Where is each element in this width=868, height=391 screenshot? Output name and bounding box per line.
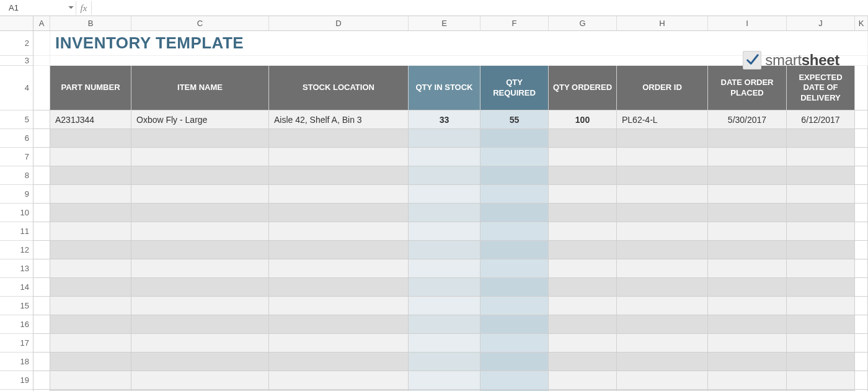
cell[interactable] xyxy=(617,148,708,166)
cell[interactable] xyxy=(480,297,549,315)
cell[interactable] xyxy=(708,334,787,353)
cell[interactable] xyxy=(33,315,50,334)
cell[interactable] xyxy=(855,66,868,110)
cell[interactable] xyxy=(617,129,708,148)
cell[interactable]: 33 xyxy=(409,110,480,129)
formula-input[interactable] xyxy=(92,1,868,15)
cell[interactable] xyxy=(855,185,868,204)
cell[interactable] xyxy=(480,315,549,334)
cell[interactable] xyxy=(708,315,787,334)
cell[interactable] xyxy=(708,259,787,278)
cell[interactable] xyxy=(787,371,855,390)
cell[interactable] xyxy=(131,204,269,222)
cell[interactable] xyxy=(409,204,480,222)
cell[interactable] xyxy=(617,259,708,278)
cell[interactable] xyxy=(549,241,617,259)
row-header[interactable]: 16 xyxy=(0,315,33,334)
cell[interactable] xyxy=(617,185,708,204)
cell[interactable] xyxy=(269,185,409,204)
cell[interactable] xyxy=(617,334,708,353)
cell[interactable] xyxy=(855,166,868,185)
cell[interactable] xyxy=(708,148,787,166)
row-header[interactable]: 9 xyxy=(0,185,33,204)
header-expected-delivery[interactable]: EXPECTED DATE OF DELIVERY xyxy=(787,66,855,110)
cell[interactable] xyxy=(33,66,50,110)
cell[interactable] xyxy=(50,204,131,222)
cell[interactable] xyxy=(409,222,480,241)
row-header[interactable]: 2 xyxy=(0,31,33,56)
cell[interactable] xyxy=(549,297,617,315)
cell[interactable] xyxy=(33,185,50,204)
cell[interactable] xyxy=(269,222,409,241)
cell[interactable] xyxy=(50,297,131,315)
cell[interactable] xyxy=(549,166,617,185)
select-all-corner[interactable] xyxy=(0,16,33,31)
cell[interactable] xyxy=(131,353,269,371)
cell[interactable] xyxy=(855,315,868,334)
cell[interactable] xyxy=(617,315,708,334)
row-header[interactable]: 10 xyxy=(0,204,33,222)
cell[interactable] xyxy=(33,110,50,129)
cell[interactable] xyxy=(131,185,269,204)
cell[interactable] xyxy=(409,297,480,315)
cell[interactable]: A231J344 xyxy=(50,110,131,129)
header-item-name[interactable]: ITEM NAME xyxy=(131,66,269,110)
cell[interactable] xyxy=(50,315,131,334)
cell[interactable] xyxy=(50,259,131,278)
row-header[interactable]: 4 xyxy=(0,66,33,110)
cell[interactable] xyxy=(549,222,617,241)
cell[interactable]: 5/30/2017 xyxy=(708,110,787,129)
cell[interactable] xyxy=(480,204,549,222)
cell[interactable] xyxy=(50,166,131,185)
cell[interactable] xyxy=(33,297,50,315)
column-header[interactable]: I xyxy=(708,16,787,30)
row-header[interactable]: 8 xyxy=(0,166,33,185)
cell[interactable] xyxy=(409,334,480,353)
cell[interactable] xyxy=(409,371,480,390)
cell[interactable] xyxy=(269,371,409,390)
cell[interactable] xyxy=(33,31,50,56)
cell[interactable] xyxy=(549,315,617,334)
cell[interactable] xyxy=(708,278,787,297)
cell[interactable] xyxy=(409,241,480,259)
cell[interactable] xyxy=(549,353,617,371)
cell[interactable] xyxy=(33,371,50,390)
cell[interactable] xyxy=(50,222,131,241)
cell[interactable] xyxy=(50,371,131,390)
cell[interactable] xyxy=(480,166,549,185)
column-header[interactable]: A xyxy=(33,16,50,30)
row-header[interactable]: 18 xyxy=(0,353,33,371)
cell[interactable] xyxy=(409,259,480,278)
cell[interactable] xyxy=(549,204,617,222)
cell[interactable] xyxy=(708,371,787,390)
cell[interactable] xyxy=(549,185,617,204)
cell[interactable] xyxy=(787,297,855,315)
column-header[interactable]: G xyxy=(549,16,617,30)
cell[interactable] xyxy=(480,353,549,371)
cell[interactable] xyxy=(787,204,855,222)
cell[interactable] xyxy=(855,259,868,278)
cell[interactable] xyxy=(708,185,787,204)
header-qty-ordered[interactable]: QTY ORDERED xyxy=(549,66,617,110)
cell[interactable] xyxy=(480,278,549,297)
cell[interactable] xyxy=(549,129,617,148)
row-header[interactable]: 6 xyxy=(0,129,33,148)
column-header[interactable]: H xyxy=(617,16,708,30)
row-header[interactable]: 14 xyxy=(0,278,33,297)
row-header[interactable]: 7 xyxy=(0,148,33,166)
cell[interactable] xyxy=(33,334,50,353)
cell[interactable] xyxy=(480,148,549,166)
cell[interactable] xyxy=(409,353,480,371)
row-header[interactable]: 19 xyxy=(0,371,33,390)
cell[interactable] xyxy=(269,278,409,297)
row-header[interactable]: 12 xyxy=(0,241,33,259)
cell[interactable] xyxy=(787,166,855,185)
cell[interactable] xyxy=(787,315,855,334)
cell[interactable] xyxy=(855,371,868,390)
column-header[interactable]: J xyxy=(787,16,855,30)
cell[interactable] xyxy=(131,278,269,297)
cell[interactable] xyxy=(617,297,708,315)
row-header[interactable]: 15 xyxy=(0,297,33,315)
cell[interactable] xyxy=(617,204,708,222)
cell[interactable] xyxy=(855,353,868,371)
